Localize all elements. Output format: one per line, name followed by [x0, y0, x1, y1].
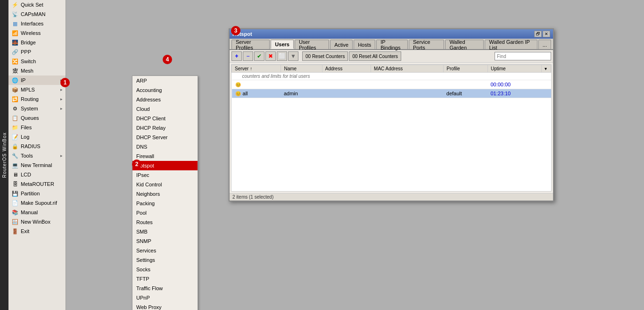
col-mac[interactable]: MAC Address	[371, 65, 444, 73]
submenu-dhcp-server[interactable]: DHCP Server	[132, 133, 198, 142]
col-server[interactable]: Server ↑	[232, 65, 281, 73]
submenu-accounting[interactable]: Accounting	[132, 85, 198, 95]
restore-button[interactable]: 🗗	[534, 31, 542, 37]
sidebar-item-mpls[interactable]: 📦 MPLS ▸	[8, 85, 66, 94]
sidebar-item-bridge[interactable]: 🌉 Bridge	[8, 38, 66, 47]
submenu-upnp[interactable]: UPnP	[132, 293, 198, 302]
tab-walled-garden-ip[interactable]: Walled Garden IP List	[485, 40, 537, 49]
tools-icon: 🔧	[11, 152, 19, 159]
sidebar-item-queues[interactable]: 📋 Queues	[8, 113, 66, 123]
status-text: 2 items (1 selected)	[232, 194, 273, 200]
table-row[interactable]: 😊 00:00:00	[232, 80, 551, 89]
tab-service-ports[interactable]: Service Ports	[409, 40, 444, 49]
table-row[interactable]: 😊 all admin default 01:23:10	[232, 89, 551, 98]
sidebar-item-quickset[interactable]: ⚡ Quick Set	[8, 0, 66, 9]
col-name[interactable]: Name	[281, 65, 322, 73]
tools-arrow: ▸	[60, 153, 63, 158]
submenu-firewall[interactable]: Firewall	[132, 151, 198, 161]
submenu-arp[interactable]: ARP	[132, 76, 198, 85]
add-button[interactable]: +	[231, 51, 242, 61]
tab-hosts[interactable]: Hosts	[354, 40, 375, 49]
submenu-dhcp-relay[interactable]: DHCP Relay	[132, 123, 198, 133]
submenu-dhcp-client[interactable]: DHCP Client	[132, 114, 198, 123]
submenu-routes[interactable]: Routes	[132, 218, 198, 227]
enable-button[interactable]: ✔	[254, 51, 264, 61]
submenu-dns[interactable]: DNS	[132, 142, 198, 151]
submenu-settings[interactable]: Settings	[132, 255, 198, 265]
sidebar-item-mesh[interactable]: 🕸 Mesh	[8, 66, 66, 75]
col-uptime[interactable]: Uptime	[487, 65, 541, 73]
sidebar-item-capsman[interactable]: 📡 CAPsMAN	[8, 9, 66, 19]
annotation-4: 4	[163, 55, 172, 64]
sidebar-item-wireless[interactable]: 📶 Wireless	[8, 28, 66, 38]
disable-button[interactable]: ✖	[265, 51, 276, 61]
submenu-neighbors[interactable]: Neighbors	[132, 189, 198, 199]
col-expand[interactable]: ▾	[542, 65, 551, 73]
sidebar-item-ip[interactable]: 🌐 IP ▸	[8, 75, 66, 85]
filter-button[interactable]: ▼	[288, 51, 298, 61]
reset-all-counters-button[interactable]: 00 Reset All Counters	[349, 51, 401, 61]
sidebar-item-interfaces[interactable]: ▦ Interfaces	[8, 19, 66, 28]
submenu-web-proxy[interactable]: Web Proxy	[132, 302, 198, 310]
sidebar-item-new-terminal[interactable]: 💻 New Terminal	[8, 160, 66, 170]
sidebar-item-lcd[interactable]: 🖥 LCD	[8, 170, 66, 179]
submenu-smb[interactable]: SMB	[132, 227, 198, 236]
sidebar-item-tools[interactable]: 🔧 Tools ▸	[8, 151, 66, 160]
system-icon: ⚙	[11, 105, 19, 112]
sidebar-item-metarouter[interactable]: 🗄 MetaROUTER	[8, 179, 66, 189]
submenu-kid-control[interactable]: Kid Control	[132, 180, 198, 189]
submenu-socks[interactable]: Socks	[132, 265, 198, 274]
sidebar-item-exit[interactable]: 🚪 Exit	[8, 226, 66, 236]
users-table-container: Server ↑ Name Address MAC Address Profil	[231, 64, 552, 192]
sidebar-item-system[interactable]: ⚙ System ▸	[8, 104, 66, 113]
files-icon: 📁	[11, 124, 19, 131]
tab-more[interactable]: ...	[538, 40, 551, 49]
tab-ip-bindings[interactable]: IP Bindings	[376, 40, 408, 49]
sidebar-item-make-supout[interactable]: 📄 Make Supout.rif	[8, 198, 66, 208]
row2-mac	[371, 89, 444, 98]
tab-user-profiles[interactable]: User Profiles	[295, 40, 329, 49]
submenu-tftp[interactable]: TFTP	[132, 274, 198, 284]
submenu-packing[interactable]: Packing	[132, 199, 198, 208]
submenu-services[interactable]: Services	[132, 246, 198, 255]
col-profile[interactable]: Profile	[444, 65, 488, 73]
row1-icon: 😊	[235, 81, 241, 88]
submenu-cloud[interactable]: Cloud	[132, 104, 198, 114]
tab-active[interactable]: Active	[330, 40, 353, 49]
sidebar-item-routing[interactable]: 🔁 Routing ▸	[8, 94, 66, 104]
submenu-hotspot[interactable]: Hotspot	[132, 161, 198, 170]
tab-walled-garden[interactable]: Walled Garden	[445, 40, 484, 49]
submenu-traffic-flow[interactable]: Traffic Flow	[132, 284, 198, 293]
sidebar-item-radius[interactable]: 🔒 RADIUS	[8, 142, 66, 151]
submenu-snmp[interactable]: SNMP	[132, 236, 198, 246]
sidebar-item-manual[interactable]: 📚 Manual	[8, 208, 66, 217]
submenu-addresses[interactable]: Addresses	[132, 95, 198, 104]
routing-icon: 🔁	[11, 95, 19, 103]
users-table: Server ↑ Name Address MAC Address Profil	[231, 65, 551, 98]
reset-counters-button[interactable]: 00 Reset Counters	[302, 51, 348, 61]
sidebar-item-files[interactable]: 📁 Files	[8, 123, 66, 132]
manual-icon: 📚	[11, 209, 19, 216]
row2-address	[322, 89, 371, 98]
submenu-pool[interactable]: Pool	[132, 208, 198, 218]
window-statusbar: 2 items (1 selected)	[230, 193, 553, 201]
system-arrow: ▸	[60, 106, 63, 111]
tab-server-profiles[interactable]: Server Profiles	[231, 40, 270, 49]
sidebar-item-ppp[interactable]: 🔗 PPP	[8, 47, 66, 57]
copy-button[interactable]: ⬜	[277, 51, 287, 61]
sidebar-item-partition[interactable]: 💾 Partition	[8, 189, 66, 198]
window-tabs: Server Profiles Users User Profiles Acti…	[230, 39, 553, 50]
row2-name: admin	[281, 89, 322, 98]
col-address[interactable]: Address	[322, 65, 371, 73]
tab-users[interactable]: Users	[271, 40, 294, 49]
partition-icon: 💾	[11, 190, 19, 197]
row2-profile: default	[444, 89, 488, 98]
submenu-ipsec[interactable]: IPsec	[132, 170, 198, 180]
hint-text: counters and limits for trial users	[242, 74, 310, 79]
sidebar-item-log[interactable]: 📝 Log	[8, 132, 66, 142]
find-input[interactable]	[495, 52, 551, 60]
close-button[interactable]: ✕	[543, 31, 550, 37]
sidebar-item-switch[interactable]: 🔀 Switch	[8, 57, 66, 66]
sidebar-item-new-winbox[interactable]: 🪟 New WinBox	[8, 217, 66, 226]
remove-button[interactable]: −	[243, 51, 253, 61]
